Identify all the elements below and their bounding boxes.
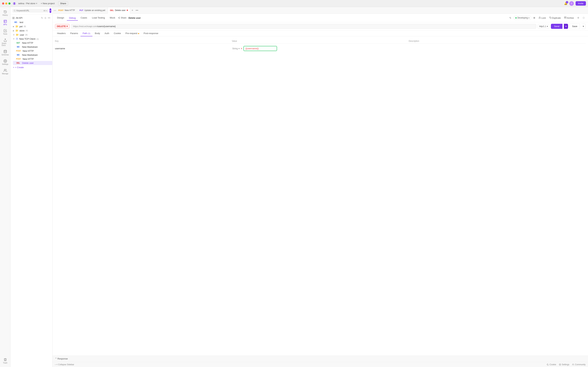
tree-item-post-http-2[interactable]: POST New HTTP: [13, 57, 52, 61]
filter-icon[interactable]: ⊙: [44, 16, 47, 20]
lock-icon: [539, 17, 541, 19]
sidebar-item-trash[interactable]: Trash: [1, 357, 10, 365]
path-count-badge: (1): [88, 32, 90, 34]
sidebar-item-settings[interactable]: Settings: [1, 58, 10, 67]
right-settings-button[interactable]: ⚙: [576, 16, 580, 20]
tree-item-user[interactable]: ▼ 📁 user (8): [10, 33, 52, 37]
save-dropdown-button[interactable]: ▾: [581, 24, 586, 29]
params-tab-params[interactable]: Params: [68, 31, 80, 36]
chevron-down-icon: ▼: [13, 34, 15, 36]
titlebar: selina / Pet store ▾ + New project Share…: [0, 0, 588, 7]
tab-nav-share[interactable]: Share: [118, 17, 126, 19]
collapse-sidebar-button[interactable]: ‹ < Collapse Sidebar: [55, 363, 74, 366]
tree-item-pet[interactable]: ▶ 📁 pet (8): [10, 24, 52, 28]
footer-cookie-button[interactable]: Cookie: [547, 363, 556, 366]
layout-button[interactable]: ⊞: [532, 16, 536, 20]
file-sidebar-header: All ▾ +: [10, 7, 52, 15]
tab-nav-cases[interactable]: Cases: [78, 15, 89, 21]
minimize-button[interactable]: [5, 2, 7, 5]
footer-settings-button[interactable]: Settings: [559, 363, 569, 366]
right-collapse-button[interactable]: ⬡: [582, 16, 586, 20]
tab-nav-mock[interactable]: Mock: [108, 15, 117, 21]
footer-community-button[interactable]: Community: [572, 363, 586, 366]
add-api-button[interactable]: +: [50, 8, 51, 13]
http-version-selector[interactable]: http/1.1 ▾: [538, 24, 550, 29]
tab-add-button[interactable]: +: [130, 9, 134, 12]
svg-point-10: [119, 17, 120, 17]
svg-point-5: [14, 10, 15, 11]
tab-nav-design[interactable]: Design: [55, 15, 66, 21]
params-tab-cookie[interactable]: Cookie: [112, 31, 123, 36]
tree-item-delete-user[interactable]: DEL Delete user: [13, 61, 52, 65]
env-selector[interactable]: Developing ▾: [514, 16, 531, 20]
chevron-down-icon: ▾: [528, 17, 529, 19]
tree-item-store[interactable]: ▶ 📁 store (4): [10, 28, 52, 33]
invite-button[interactable]: Invite: [576, 1, 586, 6]
breadcrumb-project: Pet store: [26, 2, 35, 5]
archive-button[interactable]: Archive: [563, 16, 575, 20]
autofix-button[interactable]: [508, 16, 512, 20]
param-value-input[interactable]: [243, 46, 277, 51]
tab-put-update-pet[interactable]: PUT Update an existing pet: [77, 7, 107, 14]
create-button[interactable]: + + Create: [10, 65, 52, 70]
method-badge-get: GET: [15, 42, 21, 44]
search-box[interactable]: All ▾: [12, 9, 49, 13]
more-icon[interactable]: •••: [47, 16, 51, 20]
new-project-button[interactable]: + New project: [39, 1, 56, 5]
params-tab-pre-request[interactable]: Pre-request: [123, 31, 141, 36]
params-table: Key Value Description username String ▾ …: [55, 39, 586, 52]
svg-rect-8: [14, 18, 14, 19]
tree-item-md-1[interactable]: MD New Markdown: [13, 45, 52, 49]
tab-more-button[interactable]: •••: [135, 9, 139, 12]
sidebar-item-manage[interactable]: Manage: [1, 67, 10, 76]
chevron-right-icon: ▶: [13, 30, 14, 32]
search-input[interactable]: [17, 9, 43, 12]
tab-nav-load-testing[interactable]: Load Testing: [90, 15, 107, 21]
method-selector[interactable]: DELETE ▾: [55, 24, 70, 29]
share-button[interactable]: Share: [58, 1, 68, 6]
tabs-nav-left-button[interactable]: ‹: [54, 9, 55, 12]
main-layout: History APIs Tests Share Docs: [0, 7, 588, 367]
lock-button[interactable]: Lock: [538, 16, 547, 20]
tab-nav-debug[interactable]: Debug: [67, 15, 78, 21]
tree-item-md-2[interactable]: MD New Markdown: [13, 53, 52, 57]
response-bar[interactable]: ⌃ Response: [52, 355, 588, 362]
sidebar-item-apis[interactable]: APIs: [1, 18, 10, 27]
tree-item-get-http[interactable]: GET New HTTP: [13, 41, 52, 45]
maximize-button[interactable]: [9, 2, 10, 5]
sidebar-item-share-docs[interactable]: Share Docs: [1, 37, 10, 48]
sidebar-item-tests[interactable]: Tests: [1, 28, 10, 36]
cookie-label: Cookie: [550, 363, 556, 366]
send-dropdown-button[interactable]: ▾: [564, 24, 568, 29]
create-label: + Create: [15, 66, 24, 69]
tab-del-delete-user[interactable]: DEL Delete user: [108, 7, 130, 14]
request-title: Delete user: [129, 17, 141, 19]
tree-item-post-http-1[interactable]: POST New HTTP: [13, 49, 52, 53]
env-label: Developing: [517, 17, 528, 19]
url-path: /users/{username}: [97, 25, 116, 28]
close-button[interactable]: [2, 2, 4, 5]
params-tab-post-response[interactable]: Post-response: [142, 31, 160, 36]
sidebar-item-schemas[interactable]: Schemas: [1, 48, 10, 57]
svg-point-3: [5, 61, 6, 61]
tabs-nav-right-button[interactable]: ›: [55, 9, 56, 12]
duplicate-icon: [549, 17, 551, 19]
params-tab-path[interactable]: Path (1): [80, 31, 92, 36]
tab-post-new-http[interactable]: POST New HTTP: [56, 7, 77, 14]
url-input[interactable]: https://rest.echoapi.com /users/{usernam…: [71, 24, 536, 29]
sidebar-item-history[interactable]: History: [1, 9, 10, 17]
send-button[interactable]: Send: [551, 24, 562, 29]
notification-button[interactable]: 🔔 8: [564, 2, 568, 5]
tab-label: Delete user: [115, 9, 125, 12]
params-tab-headers[interactable]: Headers: [55, 31, 68, 36]
design-debug-nav: Design Debug Cases Load Testing Mock Sha…: [55, 15, 507, 21]
duplicate-button[interactable]: Duplicate: [548, 16, 562, 20]
tree-item-tcp[interactable]: ▼ T New TCP Client (1): [10, 37, 52, 41]
params-tab-auth[interactable]: Auth: [102, 31, 111, 36]
request-topbar: Design Debug Cases Load Testing Mock Sha…: [52, 14, 588, 22]
http-version-label: http/1.1: [539, 25, 546, 28]
params-tab-body[interactable]: Body: [93, 31, 102, 36]
sync-icon[interactable]: ↻: [41, 16, 43, 20]
save-button[interactable]: Save: [570, 24, 580, 29]
tree-item-test[interactable]: MD test: [10, 20, 52, 24]
